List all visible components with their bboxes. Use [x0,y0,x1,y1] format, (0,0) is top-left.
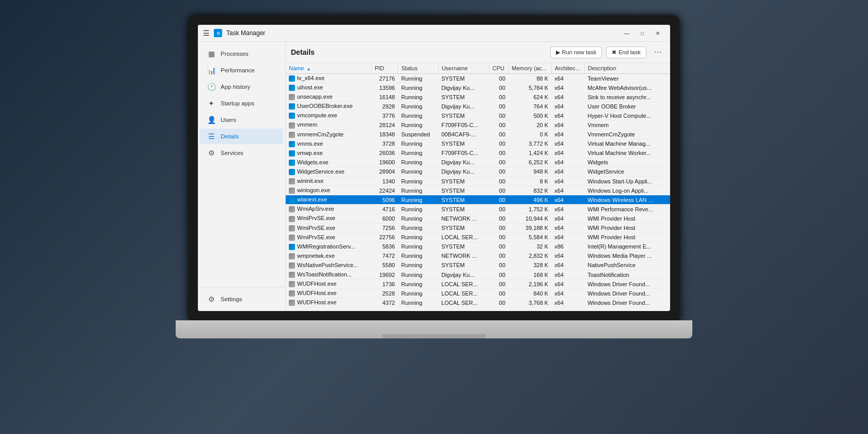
table-row[interactable]: WUDFHost.exe 4372 Running LOCAL SER... 0… [286,298,670,307]
table-row[interactable]: vmmemCmZygote 18348 Suspended 00B4CAF9-.… [286,130,670,139]
more-options-button[interactable]: ⋯ [650,45,665,59]
hamburger-icon[interactable]: ☰ [203,29,210,37]
sidebar-label-app-history: App history [221,84,251,90]
performance-icon: 📊 [207,66,215,74]
cell-status: Running [398,74,438,83]
cell-cpu: 00 [489,233,509,242]
process-icon [289,300,295,306]
sidebar-item-app-history[interactable]: 🕐 App history [200,79,283,95]
table-body: tv_x64.exe 27176 Running SYSTEM 00 88 K … [286,74,670,307]
startup-icon: ✦ [207,99,215,107]
cell-name: WmiApSrv.exe [286,205,371,214]
cell-pid: 28904 [371,167,398,176]
sidebar-item-settings[interactable]: ⚙ Settings [200,291,283,307]
run-icon: ▶ [556,49,560,56]
col-pid[interactable]: PID [371,63,398,74]
cell-memory: 39,188 K [508,223,551,233]
sidebar-item-startup-apps[interactable]: ✦ Startup apps [200,96,283,111]
process-icon [289,113,295,119]
col-username[interactable]: Username [438,63,489,74]
col-description[interactable]: Description [584,63,670,74]
col-memory[interactable]: Memory (ac... [508,63,551,74]
cell-arch: x64 [551,233,584,242]
cell-status: Running [398,214,438,223]
col-cpu[interactable]: CPU [489,63,509,74]
sidebar-label-users: Users [221,117,236,123]
cell-status: Suspended [398,130,438,139]
end-task-button[interactable]: ✖ End task [606,47,646,58]
cell-arch: x64 [551,289,584,298]
cell-username: SYSTEM [438,260,489,270]
cell-status: Running [398,195,438,205]
cell-description: WMI Provider Host [584,214,670,223]
process-icon [289,188,295,194]
maximize-button[interactable]: □ [635,28,649,38]
table-row[interactable]: vmwp.exe 26036 Running F709FF05-C... 00 … [286,148,670,158]
table-row[interactable]: WmiPrvSE.exe 22756 Running LOCAL SER... … [286,233,670,242]
table-row[interactable]: WUDFHost.exe 2528 Running LOCAL SER... 0… [286,289,670,298]
col-status[interactable]: Status [398,63,438,74]
table-row[interactable]: WsToastNotification... 19692 Running Dig… [286,270,670,279]
table-row[interactable]: tv_x64.exe 27176 Running SYSTEM 00 88 K … [286,74,670,83]
table-row[interactable]: WsNativePushService... 5580 Running SYST… [286,260,670,270]
task-manager-window: ☰ ⚙ Task Manager — □ ✕ ▦ [198,25,670,311]
main-panel: Details ▶ Run new task ✖ End task [286,42,670,311]
table-row[interactable]: unsecapp.exe 16148 Running SYSTEM 00 624… [286,92,670,102]
cell-pid: 4716 [371,205,398,214]
sidebar-item-performance[interactable]: 📊 Performance [200,63,283,78]
table-row[interactable]: uihost.exe 13596 Running Digvijay Ku... … [286,83,670,92]
table-row[interactable]: WidgetService.exe 28904 Running Digvijay… [286,167,670,176]
sidebar: ▦ Processes 📊 Performance 🕐 App history [198,42,286,311]
minimize-button[interactable]: — [619,28,634,38]
details-table-container[interactable]: Name ▲ PID Status Username CPU Memory (a… [286,63,670,311]
table-row[interactable]: wmpnetwk.exe 7472 Running NETWORK ... 00… [286,251,670,260]
table-row[interactable]: wininit.exe 1340 Running SYSTEM 00 8 K x… [286,177,670,186]
cell-status: Running [398,280,438,289]
col-arch[interactable]: Architec... [551,63,584,74]
table-row[interactable]: WmiApSrv.exe 4716 Running SYSTEM 00 1,75… [286,205,670,214]
cell-cpu: 00 [489,280,509,289]
cell-arch: x64 [551,205,584,214]
run-new-task-button[interactable]: ▶ Run new task [550,47,602,58]
sidebar-item-processes[interactable]: ▦ Processes [200,46,283,61]
cell-memory: 948 K [508,167,551,176]
toolbar: Details ▶ Run new task ✖ End task [286,42,670,63]
table-row[interactable]: WmiPrvSE.exe 6000 Running NETWORK ... 00… [286,214,670,223]
table-row[interactable]: winlogon.exe 22424 Running SYSTEM 00 832… [286,186,670,195]
cell-name: vmcompute.exe [286,111,371,120]
process-icon [289,235,295,241]
cell-username: Digvijay Ku... [438,167,489,176]
sidebar-label-details: Details [221,133,239,140]
table-row[interactable]: vmmem 28124 Running F709FF05-C... 00 20 … [286,120,670,130]
process-icon [289,281,295,287]
table-row[interactable]: WUDFHost.exe 1736 Running LOCAL SER... 0… [286,280,670,289]
process-icon [289,290,295,297]
sidebar-item-details[interactable]: ☰ Details [200,129,283,144]
cell-arch: x64 [551,92,584,102]
cell-description: TeamViewer [584,74,670,83]
cell-status: Running [398,270,438,279]
table-row[interactable]: vmms.exe 3728 Running SYSTEM 00 3,772 K … [286,139,670,148]
cell-arch: x64 [551,251,584,260]
cell-name: vmmem [286,120,371,130]
table-row[interactable]: WMIRegistrationServ... 5836 Running SYST… [286,242,670,251]
sidebar-item-services[interactable]: ⚙ Services [200,145,283,161]
cell-cpu: 00 [489,167,509,176]
cell-cpu: 00 [489,242,509,251]
table-row[interactable]: UserOOBEBroker.exe 2928 Running Digvijay… [286,102,670,111]
laptop-container: ☰ ⚙ Task Manager — □ ✕ ▦ [150,16,718,419]
cell-name: WidgetService.exe [286,167,371,176]
cell-cpu: 00 [489,260,509,270]
close-button[interactable]: ✕ [650,28,665,38]
cell-status: Running [398,139,438,148]
col-name[interactable]: Name ▲ [286,63,371,74]
cell-pid: 18348 [371,130,398,139]
cell-status: Running [398,186,438,195]
sidebar-item-users[interactable]: 👤 Users [200,112,283,128]
process-icon [289,132,295,138]
table-row[interactable]: Widgets.exe 19600 Running Digvijay Ku...… [286,158,670,167]
table-row[interactable]: vmcompute.exe 3776 Running SYSTEM 00 500… [286,111,670,120]
table-row[interactable]: wlanext.exe 5096 Running SYSTEM 00 496 K… [286,195,670,205]
cell-cpu: 00 [489,148,509,158]
table-row[interactable]: WmiPrvSE.exe 7256 Running SYSTEM 00 39,1… [286,223,670,233]
